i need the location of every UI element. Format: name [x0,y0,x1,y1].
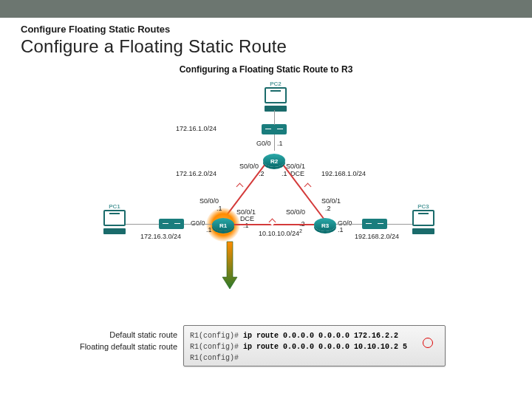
figure-title: Configuring a Floating Static Route to R… [92,64,440,75]
pc1-label: PC1 [101,203,128,210]
r1-g000-dot1: .1 [206,226,212,233]
topology-figure: Configuring a Floating Static Route to R… [92,64,440,279]
callout-labels: Default static route Floating default st… [30,329,177,352]
cli-box: R1(config)# ip route 0.0.0.0 0.0.0.0 172… [183,325,446,366]
serial-zig-r [304,183,312,191]
r2-dot1-top: .1 [277,140,283,147]
slide-top-bar [0,0,532,18]
link-pc2-sw [274,110,275,125]
switch-right-icon [362,219,387,229]
r3-s001-dot2: .2 [325,205,331,212]
router-r2-icon: R2 [263,149,285,171]
cli-line-2: R1(config)# ip route 0.0.0.0 0.0.0.0 10.… [190,341,439,352]
net-192168-2: 192.168.2.0/24 [355,233,399,240]
link-sw-r2 [274,134,275,151]
r1-dot1: .1 [216,205,222,212]
r3-s001: S0/0/1 [321,197,341,205]
pc2-icon: PC2 [262,81,289,112]
heading-block: Configure Floating Static Routes Configu… [0,18,532,57]
router-r3-icon: R3 [314,214,336,236]
r2-dot1r: .1 [282,170,287,177]
pc1-icon: PC1 [101,203,128,234]
r3-s000: S0/0/0 [286,208,305,216]
r1-s000: S0/0/0 [200,197,219,205]
net-192168-1: 192.168.1.0/24 [321,170,366,177]
net-17216-1: 172.16.1.0/24 [176,125,216,132]
r2-s000: S0/0/0 [239,163,259,170]
net-17216-3: 172.16.3.0/24 [140,233,181,240]
pc3-label: PC3 [410,203,437,210]
switch-top-icon [262,124,287,134]
r2-s001: S0/0/1 [286,163,305,170]
svg-marker-0 [222,242,237,289]
ad-circle-highlight [423,338,433,348]
note-floating-route: Floating default static route [30,341,177,352]
r1-s001-dot1: .1 [243,222,249,229]
kicker-text: Configure Floating Static Routes [21,24,511,35]
pc2-label: PC2 [262,81,289,87]
r3-g000-dot1: .1 [338,226,344,233]
net-17216-2: 172.16.2.0/24 [176,170,216,177]
serial-r1-r3 [234,224,314,225]
net-1010: 10.10.10.0/242 [259,228,302,237]
note-default-route: Default static route [30,329,177,341]
serial-zig-l [236,183,244,191]
page-title: Configure a Floating Static Route [21,36,511,57]
r2-g000: G0/0 [256,140,271,147]
switch-left-icon [159,219,184,229]
router-r1-icon: R1 [212,214,234,236]
r1-g000: G0/0 [191,219,205,227]
pc3-icon: PC3 [410,203,437,234]
cli-line-3: R1(config)# [190,352,439,364]
cli-line-1: R1(config)# ip route 0.0.0.0 0.0.0.0 172… [190,330,439,341]
